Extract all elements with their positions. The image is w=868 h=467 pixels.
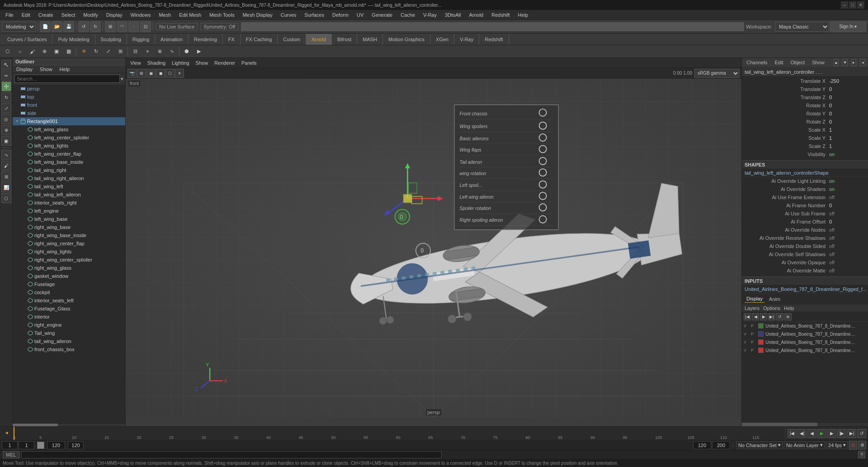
menu-file[interactable]: File: [2, 10, 17, 19]
timeline-playhead[interactable]: [14, 427, 14, 440]
layers-tab-options[interactable]: Options: [763, 305, 780, 311]
anim-layer-dropdown[interactable]: No Anim Layer▾: [784, 441, 825, 449]
channel-box-tab-edit[interactable]: Edit: [773, 59, 785, 66]
node-editor-tool[interactable]: ⬡: [1, 193, 11, 203]
attr-value-scale-x[interactable]: 1: [829, 127, 865, 133]
attr-value-rotate-x[interactable]: 0: [829, 103, 865, 108]
menu-modify[interactable]: Modify: [80, 10, 101, 19]
layer-p-toggle[interactable]: P: [751, 340, 757, 344]
soft-mod-tool[interactable]: ◎: [1, 114, 11, 124]
outliner-list[interactable]: persptopfrontside▼Rectangle001left_wing_…: [13, 85, 125, 423]
outliner-item-right_wing_base[interactable]: right_wing_base: [13, 223, 125, 231]
menu-cache[interactable]: Cache: [397, 10, 419, 19]
rotate-tool[interactable]: ↻: [1, 92, 11, 102]
prev-key-button[interactable]: ◀|: [797, 429, 807, 438]
playback-end-input[interactable]: [693, 441, 711, 449]
vp-grid-btn[interactable]: ⊞: [137, 69, 146, 78]
outliner-item-rectangle001[interactable]: ▼Rectangle001: [13, 117, 125, 125]
workspace-tab-rendering[interactable]: Rendering: [189, 34, 223, 45]
menu-deform[interactable]: Deform: [329, 10, 352, 19]
outliner-search-input[interactable]: [14, 75, 120, 83]
menu-edit[interactable]: Edit: [18, 10, 34, 19]
menu-uv[interactable]: UV: [353, 10, 367, 19]
show-manip-tool[interactable]: ▣: [1, 136, 11, 146]
attr-value-rotate-z[interactable]: 0: [829, 119, 865, 124]
workspace-tab-arnold[interactable]: Arnold: [306, 34, 332, 45]
layer-item[interactable]: VPUnited_Airlines_Boeing_787_8_Dreamline…: [742, 322, 868, 330]
attr-value-translate-z[interactable]: 0: [829, 95, 865, 100]
vp-camera-btn[interactable]: 📷: [127, 69, 137, 78]
layer-p-toggle[interactable]: P: [751, 324, 757, 328]
goto-end-button[interactable]: ▶|: [847, 429, 856, 438]
channel-box-tab-show[interactable]: Show: [810, 59, 826, 66]
layer-visibility-toggle[interactable]: V: [744, 324, 750, 328]
workspace-tab-bifrost[interactable]: Bifrost: [332, 34, 357, 45]
outliner-item-fuselage_glass[interactable]: Fuselage_Glass: [13, 305, 125, 313]
layer-playback-btn[interactable]: ⊕: [784, 313, 792, 320]
next-key-button[interactable]: |▶: [837, 429, 846, 438]
outliner-item-left_wing_base_inside[interactable]: left_wing_base_inside: [13, 158, 125, 166]
vp-light-btn[interactable]: ☀: [175, 69, 184, 78]
layers-tab-help[interactable]: Help: [784, 305, 794, 311]
sculpt-tool[interactable]: ⊕: [1, 125, 11, 135]
menu-help[interactable]: Help: [514, 10, 532, 19]
max-frame-input[interactable]: [712, 441, 730, 449]
minimize-button[interactable]: ─: [841, 1, 848, 9]
snap-toggle-button[interactable]: ⋄: [142, 47, 153, 57]
workspace-tab-redshift[interactable]: Redshift: [479, 34, 509, 45]
rotate-tool-button[interactable]: ↻: [90, 47, 102, 57]
outliner-menu-help[interactable]: Help: [56, 66, 74, 73]
attr-value-scale-z[interactable]: 1: [829, 143, 865, 149]
outliner-item-top[interactable]: top: [13, 93, 125, 101]
layer-playback-btn[interactable]: ◀: [752, 313, 759, 320]
outliner-item-tail_wing_right[interactable]: tail_wing_right: [13, 166, 125, 174]
menu-redshift[interactable]: Redshift: [488, 10, 513, 19]
outliner-item-persp[interactable]: persp: [13, 85, 125, 93]
channel-scroll-btn[interactable]: ▲: [834, 59, 839, 66]
outliner-item-tail_wing_right_aileron[interactable]: tail_wing_right_aileron: [13, 174, 125, 182]
workspace-tab-rigging[interactable]: Rigging: [127, 34, 155, 45]
play-button[interactable]: ▶: [817, 429, 826, 438]
workspace-tab-poly-modeling[interactable]: Poly Modeling: [52, 34, 95, 45]
outliner-arrow-Rectangle001[interactable]: ▼: [14, 119, 20, 124]
outliner-item-left_wing_glass[interactable]: left_wing_glass: [13, 125, 125, 133]
paint-weights-tool[interactable]: 🖌: [1, 161, 11, 171]
shapes-attr-value[interactable]: off: [829, 227, 865, 233]
layer-visibility-toggle[interactable]: V: [744, 340, 750, 344]
layer-p-toggle[interactable]: P: [751, 348, 757, 353]
outliner-item-right_wing_center_sploiler[interactable]: right_wing_center_sploiler: [13, 256, 125, 264]
vp-wireframe-btn[interactable]: ▣: [146, 69, 156, 78]
workspace-tab-fx-caching[interactable]: FX Caching: [241, 34, 278, 45]
soft-select-button[interactable]: ⊕: [38, 47, 50, 57]
vp-shaded-btn[interactable]: ◼: [156, 69, 165, 78]
layer-item[interactable]: VPUnited_Airlines_Boeing_787_8_Dreamline…: [742, 346, 868, 354]
lasso-tool-button[interactable]: ○: [14, 47, 26, 57]
fps-dropdown[interactable]: 24 fps▾: [826, 441, 848, 449]
viewport-menu-panels[interactable]: Panels: [239, 60, 259, 66]
menu-mesh-tools[interactable]: Mesh Tools: [206, 10, 238, 19]
grid-button[interactable]: ⊟: [129, 47, 141, 57]
menu-generate[interactable]: Generate: [368, 10, 396, 19]
frame-start-input[interactable]: [19, 441, 34, 449]
outliner-menu-display[interactable]: Display: [13, 66, 36, 73]
menu-surfaces[interactable]: Surfaces: [301, 10, 328, 19]
viewport-menu-lighting[interactable]: Lighting: [169, 60, 192, 66]
menu-mesh-display[interactable]: Mesh Display: [239, 10, 276, 19]
outliner-item-cockpit[interactable]: cockpit: [13, 288, 125, 296]
select-all-button[interactable]: ▣: [51, 47, 62, 57]
outliner-item-interior_seats_right[interactable]: interior_seats_right: [13, 199, 125, 207]
current-frame-input[interactable]: [2, 441, 18, 449]
viewport-menu-shading[interactable]: Shading: [145, 60, 168, 66]
shapes-attr-value[interactable]: off: [829, 252, 865, 257]
paint-select-button[interactable]: 🖌: [26, 47, 38, 57]
outliner-item-fuselage[interactable]: Fuselage: [13, 280, 125, 288]
scale-tool[interactable]: ⤢: [1, 103, 11, 113]
vp-textured-btn[interactable]: ⬡: [165, 69, 175, 78]
transform-tool-button[interactable]: ⊞: [114, 47, 126, 57]
channel-scroll-btn[interactable]: ▸: [851, 59, 857, 66]
workspace-tab-sculpting[interactable]: Sculpting: [95, 34, 127, 45]
curve-tool[interactable]: ∿: [1, 150, 11, 160]
workspace-dropdown[interactable]: Modeling: [2, 22, 36, 32]
shapes-attr-value[interactable]: off: [829, 260, 865, 265]
camera-button[interactable]: ⬢: [181, 47, 193, 57]
